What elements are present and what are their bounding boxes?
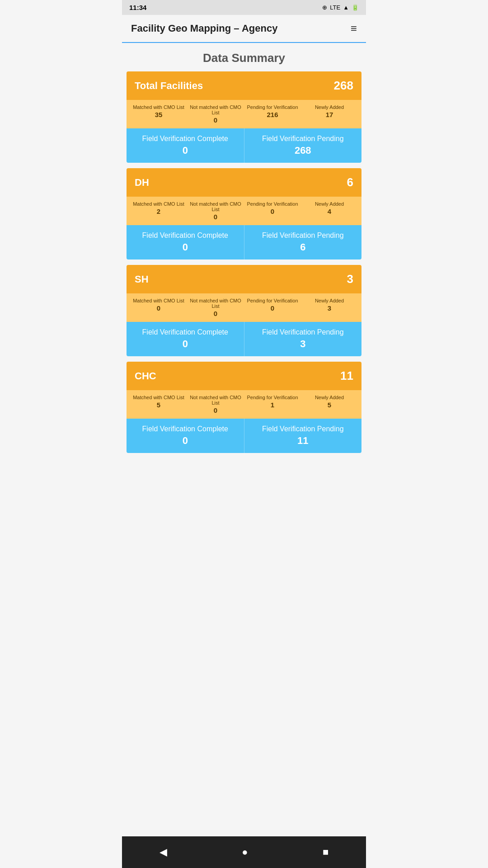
stat-label-dh-1: Not matched with CMO List	[187, 201, 244, 212]
verification-pending-total-facilities[interactable]: Field Verification Pending268	[244, 128, 362, 163]
verification-pending-chc[interactable]: Field Verification Pending11	[244, 419, 362, 453]
stat-item-chc-1: Not matched with CMO List0	[187, 395, 244, 414]
stat-label-sh-3: Newly Added	[301, 298, 358, 303]
verification-pending-value-dh: 6	[249, 241, 357, 253]
stat-label-chc-1: Not matched with CMO List	[187, 395, 244, 406]
stat-label-chc-0: Matched with CMO List	[130, 395, 187, 400]
stat-value-chc-3: 5	[301, 401, 358, 409]
stat-value-chc-1: 0	[187, 406, 244, 414]
stat-value-sh-0: 0	[130, 304, 187, 312]
content-area: Total Facilities268Matched with CMO List…	[122, 71, 366, 495]
section-card-chc: CHC11Matched with CMO List5Not matched w…	[127, 362, 361, 453]
stat-item-chc-3: Newly Added5	[301, 395, 358, 414]
stats-row-total-facilities: Matched with CMO List35Not matched with …	[127, 100, 361, 128]
stat-label-sh-1: Not matched with CMO List	[187, 298, 244, 309]
stat-value-sh-1: 0	[187, 310, 244, 317]
verification-complete-value-chc: 0	[131, 435, 239, 447]
section-count-chc: 11	[340, 369, 353, 383]
stat-value-total-facilities-0: 35	[130, 111, 187, 118]
section-card-sh: SH3Matched with CMO List0Not matched wit…	[127, 265, 361, 356]
section-card-dh: DH6Matched with CMO List2Not matched wit…	[127, 168, 361, 259]
stat-label-dh-2: Pending for Verification	[244, 201, 301, 207]
battery-icon: 🔋	[352, 4, 359, 11]
sync-icon: ⊕	[322, 4, 327, 11]
section-count-total-facilities: 268	[334, 79, 353, 93]
verification-pending-label-dh: Field Verification Pending	[249, 231, 357, 240]
verification-row-sh: Field Verification Complete0Field Verifi…	[127, 322, 361, 356]
stat-item-total-facilities-1: Not matched with CMO List0	[187, 104, 244, 124]
verification-complete-label-sh: Field Verification Complete	[131, 328, 239, 336]
verification-complete-value-sh: 0	[131, 338, 239, 350]
section-title-dh: DH	[135, 177, 149, 189]
stat-item-sh-0: Matched with CMO List0	[130, 298, 187, 317]
stat-item-total-facilities-3: Newly Added17	[301, 104, 358, 124]
section-title-sh: SH	[135, 274, 149, 285]
stat-item-total-facilities-0: Matched with CMO List35	[130, 104, 187, 124]
stat-value-dh-0: 2	[130, 208, 187, 215]
verification-complete-value-dh: 0	[131, 241, 239, 253]
section-count-dh: 6	[347, 175, 353, 189]
stat-value-total-facilities-3: 17	[301, 111, 358, 118]
section-card-total-facilities: Total Facilities268Matched with CMO List…	[127, 71, 361, 163]
verification-row-total-facilities: Field Verification Complete0Field Verifi…	[127, 128, 361, 163]
stat-value-chc-2: 1	[244, 401, 301, 409]
section-title-chc: CHC	[135, 370, 156, 382]
stat-value-total-facilities-2: 216	[244, 111, 301, 118]
hamburger-menu-icon[interactable]: ≡	[351, 22, 357, 35]
stat-value-sh-3: 3	[301, 304, 358, 312]
verification-pending-sh[interactable]: Field Verification Pending3	[244, 322, 362, 356]
verification-complete-label-dh: Field Verification Complete	[131, 231, 239, 240]
app-bar: Facility Geo Mapping – Agency ≡	[122, 15, 366, 43]
stat-label-total-facilities-0: Matched with CMO List	[130, 104, 187, 110]
section-title-total-facilities: Total Facilities	[135, 80, 203, 92]
verification-complete-sh[interactable]: Field Verification Complete0	[127, 322, 244, 356]
section-header-dh[interactable]: DH6	[127, 168, 361, 197]
signal-icon: ▲	[343, 4, 349, 11]
stat-item-sh-1: Not matched with CMO List0	[187, 298, 244, 317]
verification-pending-label-total-facilities: Field Verification Pending	[249, 135, 357, 143]
verification-row-chc: Field Verification Complete0Field Verifi…	[127, 419, 361, 453]
stat-label-chc-2: Pending for Verification	[244, 395, 301, 400]
section-header-chc[interactable]: CHC11	[127, 362, 361, 390]
stat-item-total-facilities-2: Pending for Verification216	[244, 104, 301, 124]
app-title: Facility Geo Mapping – Agency	[131, 23, 277, 34]
status-icons: ⊕ LTE ▲ 🔋	[322, 4, 359, 11]
stat-label-total-facilities-1: Not matched with CMO List	[187, 104, 244, 115]
stat-value-dh-3: 4	[301, 208, 358, 215]
verification-complete-total-facilities[interactable]: Field Verification Complete0	[127, 128, 244, 163]
stat-label-dh-0: Matched with CMO List	[130, 201, 187, 207]
verification-complete-label-total-facilities: Field Verification Complete	[131, 135, 239, 143]
verification-complete-chc[interactable]: Field Verification Complete0	[127, 419, 244, 453]
verification-pending-label-chc: Field Verification Pending	[249, 425, 357, 433]
stat-item-chc-2: Pending for Verification1	[244, 395, 301, 414]
verification-pending-value-total-facilities: 268	[249, 145, 357, 156]
verification-pending-dh[interactable]: Field Verification Pending6	[244, 225, 362, 259]
stats-row-chc: Matched with CMO List5Not matched with C…	[127, 390, 361, 419]
section-count-sh: 3	[347, 272, 353, 286]
verification-complete-value-total-facilities: 0	[131, 145, 239, 156]
verification-row-dh: Field Verification Complete0Field Verifi…	[127, 225, 361, 259]
status-bar: 11:34 ⊕ LTE ▲ 🔋	[122, 0, 366, 15]
stat-item-dh-0: Matched with CMO List2	[130, 201, 187, 221]
stat-label-sh-2: Pending for Verification	[244, 298, 301, 303]
section-header-total-facilities[interactable]: Total Facilities268	[127, 71, 361, 100]
stat-item-sh-2: Pending for Verification0	[244, 298, 301, 317]
stats-row-dh: Matched with CMO List2Not matched with C…	[127, 197, 361, 225]
verification-pending-value-chc: 11	[249, 435, 357, 447]
page-title-container: Data Summary	[122, 43, 366, 71]
section-header-sh[interactable]: SH3	[127, 265, 361, 293]
stat-value-dh-1: 0	[187, 213, 244, 221]
stat-value-sh-2: 0	[244, 304, 301, 312]
stat-label-dh-3: Newly Added	[301, 201, 358, 207]
stat-value-total-facilities-1: 0	[187, 116, 244, 124]
stat-item-chc-0: Matched with CMO List5	[130, 395, 187, 414]
page-title: Data Summary	[127, 51, 361, 65]
stat-label-sh-0: Matched with CMO List	[130, 298, 187, 303]
stats-row-sh: Matched with CMO List0Not matched with C…	[127, 293, 361, 322]
verification-complete-dh[interactable]: Field Verification Complete0	[127, 225, 244, 259]
stat-label-chc-3: Newly Added	[301, 395, 358, 400]
verification-pending-label-sh: Field Verification Pending	[249, 328, 357, 336]
stat-item-dh-1: Not matched with CMO List0	[187, 201, 244, 221]
verification-pending-value-sh: 3	[249, 338, 357, 350]
network-type: LTE	[330, 4, 340, 11]
